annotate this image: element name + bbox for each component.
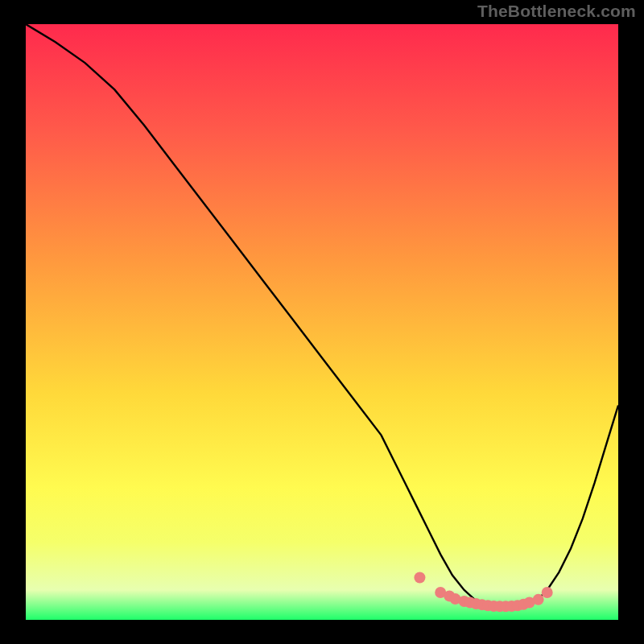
chart-frame: TheBottleneck.com: [0, 0, 644, 644]
chart-svg: [26, 24, 618, 620]
plot-area: [26, 24, 618, 620]
highlight-dot: [533, 594, 544, 605]
highlight-dot: [414, 572, 425, 583]
gradient-background: [26, 24, 618, 620]
highlight-dot: [542, 587, 553, 598]
watermark-text: TheBottleneck.com: [477, 2, 636, 21]
